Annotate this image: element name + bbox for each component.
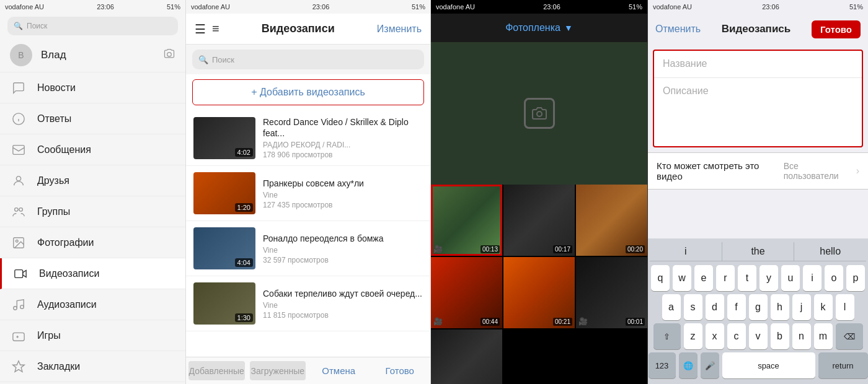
keyboard-row-4: 123 🌐 🎤 space return — [650, 352, 866, 378]
table-row[interactable]: 1:20 Пранкеры совсем аху*ли Vine 127 435… — [186, 166, 430, 221]
sidebar-search-input[interactable]: 🔍 Поиск — [7, 17, 178, 35]
svg-point-4 — [15, 207, 18, 211]
photo-cell[interactable]: 🎥 00:13 — [431, 185, 502, 256]
key-v[interactable]: v — [749, 323, 768, 349]
backspace-key[interactable]: ⌫ — [836, 323, 863, 349]
title-field[interactable]: Название — [654, 51, 862, 78]
key-z[interactable]: z — [684, 323, 702, 349]
done-button[interactable]: Готово — [372, 361, 428, 380]
photo-cell[interactable]: 🎥 00:49 — [431, 329, 502, 384]
key-x[interactable]: x — [706, 323, 724, 349]
sidebar-item-news[interactable]: Новости — [0, 72, 185, 103]
key-h[interactable]: h — [771, 294, 789, 320]
sidebar-search-placeholder: Поиск — [27, 22, 47, 30]
sidebar-item-games[interactable]: Игры — [0, 320, 185, 351]
globe-icon[interactable]: 🌐 — [679, 352, 698, 378]
video-search-placeholder: Поиск — [212, 55, 234, 64]
table-row[interactable]: 4:04 Роналдо переоделся в бомжа Vine 32 … — [186, 221, 430, 276]
upload-done-button[interactable]: Готово — [812, 20, 861, 38]
sidebar-battery: 51% — [167, 3, 180, 11]
sidebar-item-friends[interactable]: Друзья — [0, 165, 185, 196]
video-title: Собаки терпеливо ждут своей очеред... — [263, 288, 423, 299]
key-q[interactable]: q — [651, 265, 670, 291]
sidebar-user-item[interactable]: В Влад — [0, 38, 185, 72]
tab-uploaded[interactable]: Загруженные — [250, 361, 306, 380]
video-views: 127 435 просмотров — [263, 201, 423, 209]
bookmarks-icon — [10, 358, 27, 375]
privacy-row[interactable]: Кто может смотреть это видео Все пользов… — [648, 152, 868, 190]
sidebar-item-label: Сообщения — [37, 144, 91, 155]
cancel-button[interactable]: Отмена — [311, 361, 367, 380]
key-g[interactable]: g — [749, 294, 768, 320]
upload-title: Видеозапись — [722, 23, 790, 35]
key-l[interactable]: l — [836, 294, 854, 320]
key-b[interactable]: b — [771, 323, 789, 349]
video-info: Роналдо переоделся в бомжа Vine 32 597 п… — [263, 233, 423, 264]
add-video-button[interactable]: + Добавить видеозапись — [192, 79, 424, 105]
space-key[interactable]: space — [722, 352, 815, 378]
table-row[interactable]: 1:30 Собаки терпеливо ждут своей очеред.… — [186, 276, 430, 331]
sidebar-nav-list: В Влад Новости Ответы Сообщения Друзья Г… — [0, 38, 185, 384]
upload-cancel-button[interactable]: Отменить — [655, 24, 701, 35]
upload-panel: vodafone AU 23:06 51% Отменить Видеозапи… — [648, 0, 868, 384]
photo-cell[interactable]: 00:17 — [503, 185, 575, 256]
key-u[interactable]: u — [781, 265, 800, 291]
photo-cell[interactable]: 00:21 — [503, 257, 575, 328]
photo-gallery-panel: vodafone AU 23:06 51% Фотопленка ▼ 🎥 00:… — [431, 0, 648, 384]
video-info: Пранкеры совсем аху*ли Vine 127 435 прос… — [263, 178, 423, 209]
shift-key[interactable]: ⇧ — [653, 323, 681, 349]
sidebar-item-bookmarks[interactable]: Закладки — [0, 351, 185, 382]
key-y[interactable]: y — [760, 265, 778, 291]
sidebar-item-answers[interactable]: Ответы — [0, 103, 185, 134]
video-title: Пранкеры совсем аху*ли — [263, 178, 423, 189]
photo-cell[interactable]: 00:20 — [576, 185, 647, 256]
numbers-key[interactable]: 123 — [649, 352, 676, 378]
key-r[interactable]: r — [716, 265, 735, 291]
sidebar-item-videos[interactable]: Видеозаписи — [0, 258, 185, 289]
key-j[interactable]: j — [792, 294, 811, 320]
sidebar-item-photos[interactable]: Фотографии — [0, 227, 185, 258]
key-n[interactable]: n — [792, 323, 811, 349]
suggestion-hello[interactable]: hello — [794, 242, 866, 261]
chevron-down-icon[interactable]: ▼ — [564, 23, 573, 33]
tab-added[interactable]: Добавленные — [188, 361, 245, 380]
key-e[interactable]: e — [694, 265, 713, 291]
key-a[interactable]: a — [662, 294, 681, 320]
edit-button[interactable]: Изменить — [377, 24, 422, 35]
menu-icon[interactable]: ≡ — [212, 22, 219, 37]
video-duration: 1:30 — [235, 313, 253, 322]
video-list: 4:02 Record Dance Video / Skrillex & Dip… — [186, 110, 430, 357]
sidebar-item-messages[interactable]: Сообщения — [0, 134, 185, 165]
video-carrier: vodafone AU — [191, 3, 230, 11]
suggestion-i[interactable]: i — [650, 242, 722, 261]
sidebar-item-groups[interactable]: Группы — [0, 196, 185, 227]
key-k[interactable]: k — [814, 294, 833, 320]
key-f[interactable]: f — [727, 294, 746, 320]
suggestion-the[interactable]: the — [722, 242, 795, 261]
key-o[interactable]: o — [825, 265, 843, 291]
sidebar-item-audio[interactable]: Аудиозаписи — [0, 289, 185, 320]
microphone-icon[interactable]: 🎤 — [701, 352, 719, 378]
svg-rect-2 — [13, 145, 24, 154]
video-top-bar: ☰ ≡ Видеозаписи Изменить — [186, 14, 430, 45]
hamburger-icon[interactable]: ☰ — [195, 22, 206, 37]
key-i[interactable]: i — [803, 265, 822, 291]
key-t[interactable]: t — [738, 265, 756, 291]
camera-icon[interactable] — [163, 48, 175, 63]
key-c[interactable]: c — [727, 323, 746, 349]
key-w[interactable]: w — [673, 265, 691, 291]
description-field[interactable]: Описание — [654, 78, 862, 146]
key-s[interactable]: s — [684, 294, 702, 320]
return-key[interactable]: return — [818, 352, 868, 378]
menu-icons: ☰ ≡ — [195, 22, 219, 37]
key-m[interactable]: m — [814, 323, 833, 349]
photo-cell[interactable]: 🎥 00:44 — [431, 257, 502, 328]
key-d[interactable]: d — [706, 294, 724, 320]
table-row[interactable]: 4:02 Record Dance Video / Skrillex & Dip… — [186, 110, 430, 166]
photo-cell[interactable]: 🎥 00:01 — [576, 257, 647, 328]
video-search-input[interactable]: 🔍 Поиск — [192, 50, 424, 69]
large-preview-area — [431, 42, 647, 185]
photo-grid: 🎥 00:13 00:17 00:20 🎥 00:44 00:21 🎥 00:0… — [431, 185, 647, 384]
key-p[interactable]: p — [846, 265, 865, 291]
sidebar-item-label: Фотографии — [37, 237, 94, 248]
